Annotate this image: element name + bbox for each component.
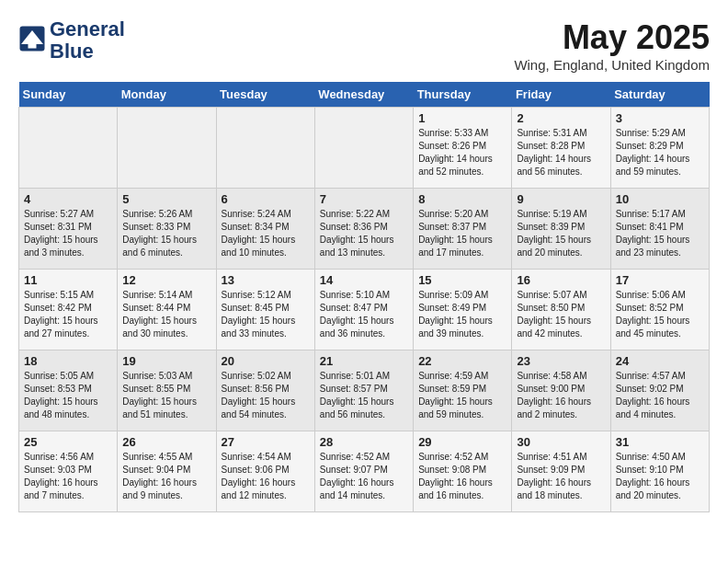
day-info: Sunrise: 4:54 AM Sunset: 9:06 PM Dayligh… — [222, 451, 310, 502]
calendar-cell — [118, 108, 216, 189]
day-number: 11 — [24, 273, 112, 287]
calendar-week-row: 25Sunrise: 4:56 AM Sunset: 9:03 PM Dayli… — [19, 431, 710, 512]
calendar-header-row: SundayMondayTuesdayWednesdayThursdayFrid… — [19, 82, 710, 108]
calendar-cell: 15Sunrise: 5:09 AM Sunset: 8:49 PM Dayli… — [414, 270, 512, 350]
month-title: May 2025 — [514, 18, 710, 57]
day-info: Sunrise: 5:19 AM Sunset: 8:39 PM Dayligh… — [517, 208, 605, 259]
day-number: 18 — [24, 354, 112, 368]
day-number: 21 — [320, 354, 408, 368]
calendar-cell: 17Sunrise: 5:06 AM Sunset: 8:52 PM Dayli… — [610, 270, 709, 350]
calendar-cell: 3Sunrise: 5:29 AM Sunset: 8:29 PM Daylig… — [610, 108, 709, 189]
day-info: Sunrise: 5:15 AM Sunset: 8:42 PM Dayligh… — [24, 289, 112, 340]
calendar-week-row: 11Sunrise: 5:15 AM Sunset: 8:42 PM Dayli… — [19, 270, 710, 350]
day-info: Sunrise: 4:55 AM Sunset: 9:04 PM Dayligh… — [122, 451, 210, 502]
weekday-header: Saturday — [610, 82, 709, 108]
day-info: Sunrise: 5:12 AM Sunset: 8:45 PM Dayligh… — [222, 289, 310, 340]
page-header: General Blue May 2025 Wing, England, Uni… — [18, 18, 710, 73]
calendar-cell: 25Sunrise: 4:56 AM Sunset: 9:03 PM Dayli… — [19, 431, 118, 512]
day-number: 15 — [418, 273, 506, 287]
day-info: Sunrise: 5:22 AM Sunset: 8:36 PM Dayligh… — [320, 208, 408, 259]
day-info: Sunrise: 5:10 AM Sunset: 8:47 PM Dayligh… — [320, 289, 408, 340]
day-info: Sunrise: 4:52 AM Sunset: 9:08 PM Dayligh… — [418, 451, 506, 502]
logo-line2: Blue — [50, 40, 125, 63]
day-number: 7 — [320, 192, 408, 206]
logo-icon — [18, 25, 46, 52]
calendar-cell: 13Sunrise: 5:12 AM Sunset: 8:45 PM Dayli… — [216, 270, 314, 350]
day-info: Sunrise: 4:56 AM Sunset: 9:03 PM Dayligh… — [24, 451, 112, 502]
day-number: 27 — [222, 435, 310, 449]
day-number: 8 — [418, 192, 506, 206]
calendar-cell: 31Sunrise: 4:50 AM Sunset: 9:10 PM Dayli… — [610, 431, 709, 512]
day-number: 13 — [222, 273, 310, 287]
day-info: Sunrise: 5:31 AM Sunset: 8:28 PM Dayligh… — [517, 127, 605, 178]
calendar-cell: 27Sunrise: 4:54 AM Sunset: 9:06 PM Dayli… — [216, 431, 314, 512]
calendar-cell: 6Sunrise: 5:24 AM Sunset: 8:34 PM Daylig… — [216, 189, 314, 270]
calendar-cell: 28Sunrise: 4:52 AM Sunset: 9:07 PM Dayli… — [314, 431, 413, 512]
day-info: Sunrise: 5:17 AM Sunset: 8:41 PM Dayligh… — [616, 208, 704, 259]
location: Wing, England, United Kingdom — [514, 57, 710, 73]
day-info: Sunrise: 4:57 AM Sunset: 9:02 PM Dayligh… — [616, 370, 704, 421]
day-number: 14 — [320, 273, 408, 287]
day-info: Sunrise: 4:59 AM Sunset: 8:59 PM Dayligh… — [418, 370, 506, 421]
day-info: Sunrise: 5:03 AM Sunset: 8:55 PM Dayligh… — [122, 370, 210, 421]
day-number: 25 — [24, 435, 112, 449]
calendar-table: SundayMondayTuesdayWednesdayThursdayFrid… — [18, 82, 710, 512]
day-number: 10 — [616, 192, 704, 206]
day-number: 16 — [517, 273, 605, 287]
day-number: 22 — [418, 354, 506, 368]
day-info: Sunrise: 5:24 AM Sunset: 8:34 PM Dayligh… — [222, 208, 310, 259]
calendar-cell: 24Sunrise: 4:57 AM Sunset: 9:02 PM Dayli… — [610, 350, 709, 431]
calendar-cell — [19, 108, 118, 189]
logo-line1: General — [50, 18, 125, 40]
weekday-header: Monday — [118, 82, 216, 108]
day-info: Sunrise: 5:33 AM Sunset: 8:26 PM Dayligh… — [418, 127, 506, 178]
day-number: 2 — [517, 111, 605, 125]
calendar-cell: 19Sunrise: 5:03 AM Sunset: 8:55 PM Dayli… — [118, 350, 216, 431]
day-number: 20 — [222, 354, 310, 368]
day-info: Sunrise: 5:14 AM Sunset: 8:44 PM Dayligh… — [122, 289, 210, 340]
day-info: Sunrise: 4:58 AM Sunset: 9:00 PM Dayligh… — [517, 370, 605, 421]
day-info: Sunrise: 5:05 AM Sunset: 8:53 PM Dayligh… — [24, 370, 112, 421]
day-number: 19 — [122, 354, 210, 368]
weekday-header: Thursday — [414, 82, 512, 108]
day-number: 12 — [122, 273, 210, 287]
svg-rect-2 — [28, 44, 37, 49]
calendar-cell: 29Sunrise: 4:52 AM Sunset: 9:08 PM Dayli… — [414, 431, 512, 512]
calendar-cell — [216, 108, 314, 189]
day-number: 9 — [517, 192, 605, 206]
day-number: 4 — [24, 192, 112, 206]
calendar-week-row: 1Sunrise: 5:33 AM Sunset: 8:26 PM Daylig… — [19, 108, 710, 189]
weekday-header: Wednesday — [314, 82, 413, 108]
day-number: 17 — [616, 273, 704, 287]
calendar-week-row: 4Sunrise: 5:27 AM Sunset: 8:31 PM Daylig… — [19, 189, 710, 270]
day-info: Sunrise: 5:29 AM Sunset: 8:29 PM Dayligh… — [616, 127, 704, 178]
day-number: 29 — [418, 435, 506, 449]
day-number: 26 — [122, 435, 210, 449]
day-info: Sunrise: 4:50 AM Sunset: 9:10 PM Dayligh… — [616, 451, 704, 502]
calendar-cell: 23Sunrise: 4:58 AM Sunset: 9:00 PM Dayli… — [512, 350, 610, 431]
calendar-cell: 1Sunrise: 5:33 AM Sunset: 8:26 PM Daylig… — [414, 108, 512, 189]
day-info: Sunrise: 5:27 AM Sunset: 8:31 PM Dayligh… — [24, 208, 112, 259]
logo: General Blue — [18, 18, 125, 63]
calendar-cell: 21Sunrise: 5:01 AM Sunset: 8:57 PM Dayli… — [314, 350, 413, 431]
calendar-cell: 20Sunrise: 5:02 AM Sunset: 8:56 PM Dayli… — [216, 350, 314, 431]
calendar-cell: 2Sunrise: 5:31 AM Sunset: 8:28 PM Daylig… — [512, 108, 610, 189]
day-number: 6 — [222, 192, 310, 206]
day-number: 1 — [418, 111, 506, 125]
calendar-cell — [314, 108, 413, 189]
day-info: Sunrise: 5:06 AM Sunset: 8:52 PM Dayligh… — [616, 289, 704, 340]
weekday-header: Friday — [512, 82, 610, 108]
day-number: 31 — [616, 435, 704, 449]
day-number: 28 — [320, 435, 408, 449]
title-block: May 2025 Wing, England, United Kingdom — [514, 18, 710, 73]
calendar-cell: 7Sunrise: 5:22 AM Sunset: 8:36 PM Daylig… — [314, 189, 413, 270]
calendar-cell: 14Sunrise: 5:10 AM Sunset: 8:47 PM Dayli… — [314, 270, 413, 350]
weekday-header: Tuesday — [216, 82, 314, 108]
day-number: 3 — [616, 111, 704, 125]
calendar-cell: 11Sunrise: 5:15 AM Sunset: 8:42 PM Dayli… — [19, 270, 118, 350]
weekday-header: Sunday — [19, 82, 118, 108]
calendar-week-row: 18Sunrise: 5:05 AM Sunset: 8:53 PM Dayli… — [19, 350, 710, 431]
day-number: 23 — [517, 354, 605, 368]
day-info: Sunrise: 4:52 AM Sunset: 9:07 PM Dayligh… — [320, 451, 408, 502]
calendar-cell: 26Sunrise: 4:55 AM Sunset: 9:04 PM Dayli… — [118, 431, 216, 512]
